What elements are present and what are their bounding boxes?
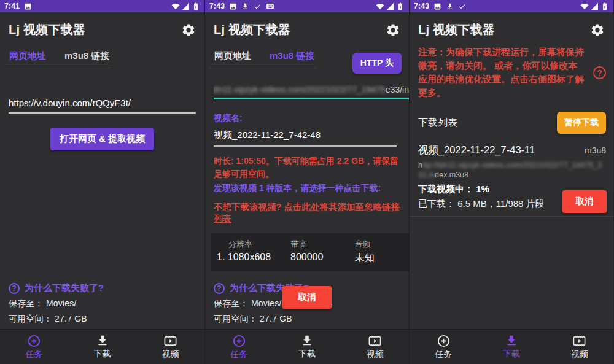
film-icon [368, 334, 382, 348]
http-headers-button[interactable]: HTTP 头 [352, 53, 402, 74]
status-bar: 7:43 [205, 0, 409, 12]
help-link-label: 为什么下载失败了? [25, 282, 104, 294]
battery-help-icon[interactable]: ? [593, 66, 606, 79]
nav-videos[interactable]: 视频 [545, 334, 613, 360]
app-bar: Lj 视频下载器 [205, 12, 409, 38]
tab-web-url[interactable]: 网页地址 [214, 50, 251, 62]
tab-bar: 网页地址 m3u8 链接 [0, 38, 204, 62]
cell-bandwidth: 800000 [284, 252, 347, 265]
status-time: 7:43 [414, 2, 429, 10]
list-divider [410, 216, 613, 217]
download-icon [505, 334, 518, 347]
download-notification-icon [241, 2, 249, 10]
tab-m3u8-link[interactable]: m3u8 链接 [64, 50, 109, 62]
why-download-failed-link[interactable]: ? 为什么下载失败了? [9, 282, 200, 294]
battery-icon [396, 2, 405, 11]
free-space-text: 可用空间： 27.7 GB [214, 314, 404, 325]
m3u8-url-blurred-text: tdn11.vipzyk-videos.com/20221022/77_1947… [214, 85, 386, 95]
video-name-input[interactable]: 视频_2022-11-22_7-42-48 [214, 130, 397, 147]
signal-icon [386, 2, 394, 10]
cancel-button[interactable]: 取消 [282, 286, 332, 309]
pause-download-button[interactable]: 暂停下载 [557, 112, 606, 134]
download-list-title: 下载列表 [418, 117, 457, 130]
app-bar: Lj 视频下载器 [410, 12, 613, 38]
nav-videos-label: 视频 [367, 349, 384, 360]
tab-divider [210, 68, 316, 68]
download-icon [96, 334, 109, 347]
signal-icon [182, 2, 190, 10]
status-time: 7:43 [209, 2, 225, 10]
open-page-extract-button[interactable]: 打开网页 & 提取视频 [50, 128, 154, 150]
image-notification-icon [229, 2, 237, 10]
signal-icon [591, 2, 599, 10]
m3u8-url-input[interactable]: tdn11.vipzyk-videos.com/20221022/77_1947… [214, 85, 409, 99]
status-bar: 7:41 [0, 0, 204, 12]
col-bandwidth: 带宽 [284, 239, 347, 250]
wifi-icon [376, 2, 384, 10]
ignore-video-link[interactable]: 不想下载该视频? 点击此处将其添加至忽略链接列表 [214, 201, 400, 225]
download-icon [300, 334, 314, 347]
bottom-nav: 任务 下载 视频 [205, 329, 409, 364]
nav-tasks[interactable]: 任务 [410, 334, 478, 360]
app-title: Lj 视频下载器 [418, 21, 495, 38]
nav-videos[interactable]: 视频 [136, 334, 204, 360]
download-notification-icon [446, 2, 454, 10]
download-item-name: 视频_2022-11-22_7-43-11 [418, 144, 535, 157]
settings-gear-icon[interactable] [590, 23, 605, 37]
variant-row[interactable]: 1. 1080x608 800000 未知 [211, 250, 409, 265]
variant-table-header: 分辨率 带宽 音频 [211, 239, 409, 250]
nav-tasks-label: 任务 [26, 349, 43, 360]
cell-resolution: 1. 1080x608 [211, 252, 284, 265]
plus-circle-icon [437, 334, 451, 348]
nav-videos-label: 视频 [571, 349, 588, 360]
nav-downloads[interactable]: 下载 [478, 334, 546, 360]
screen-download-list: 7:43 Lj 视频下载器 注意：为确保下载进程运行，屏幕将保持微亮，请勿关闭。… [409, 0, 613, 364]
col-resolution: 分辨率 [211, 239, 284, 250]
check-notification-icon [254, 2, 262, 10]
duration-warning-text: 时长: 1:05:50。下载可能需占用 2.2 GB，请保留足够可用空间。 [214, 155, 400, 180]
nav-downloads[interactable]: 下载 [273, 334, 341, 360]
web-url-input[interactable]: https://v.douyin.com/rQQyE3t/ [9, 98, 196, 114]
keyboard-notification-icon [266, 2, 274, 10]
nav-downloads[interactable]: 下载 [68, 334, 136, 360]
nav-downloads-label: 下载 [298, 349, 316, 360]
battery-icon [192, 2, 200, 11]
save-path-text: 保存至： Movies/ [9, 298, 200, 309]
nav-downloads-label: 下载 [503, 349, 520, 360]
keep-screen-on-notice: 注意：为确保下载进程运行，屏幕将保持微亮，请勿关闭。 或者，你可以修改本应用的电… [418, 45, 586, 99]
cancel-download-button[interactable]: 取消 [562, 190, 607, 213]
video-name-label: 视频名: [214, 113, 409, 124]
bottom-nav: 任务 下载 视频 [0, 329, 204, 364]
status-bar: 7:43 [410, 0, 613, 12]
download-list-header: 下载列表 暂停下载 [418, 112, 606, 134]
app-title: Lj 视频下载器 [9, 21, 85, 38]
tab-m3u8-link[interactable]: m3u8 链接 [270, 50, 314, 62]
url-start-text: h [418, 161, 422, 169]
help-question-icon: ? [214, 283, 225, 294]
download-item-type-badge: m3u8 [585, 145, 606, 155]
wifi-icon [171, 2, 180, 10]
download-item-url: http://tdn11.vipzyk-videos.com/20221022/… [418, 160, 606, 180]
nav-tasks-label: 任务 [230, 349, 247, 360]
bottom-info: ? 为什么下载失败了? 保存至： Movies/ 可用空间： 27.7 GB [9, 282, 200, 325]
variant-table[interactable]: 分辨率 带宽 音频 1. 1080x608 800000 未知 [211, 233, 409, 271]
plus-circle-icon [27, 334, 41, 348]
notice-text: 注意：为确保下载进程运行，屏幕将保持微亮，请勿关闭。 或者，你可以修改本应用的电… [418, 45, 586, 99]
settings-gear-icon[interactable] [181, 23, 196, 37]
film-icon [572, 334, 586, 348]
film-icon [163, 334, 177, 348]
free-space-text: 可用空间： 27.7 GB [9, 314, 200, 325]
app-title: Lj 视频下载器 [214, 21, 290, 38]
nav-tasks[interactable]: 任务 [0, 334, 68, 360]
plus-circle-icon [232, 334, 246, 348]
tab-web-url[interactable]: 网页地址 [9, 50, 46, 62]
nav-tasks-label: 任务 [435, 349, 452, 360]
nav-tasks[interactable]: 任务 [205, 334, 273, 360]
screen-m3u8-detected: 7:43 Lj 视频下载器 网页地址 m3u8 链接 HTTP 头 tdn11.… [204, 0, 409, 364]
settings-gear-icon[interactable] [386, 23, 400, 37]
nav-videos-label: 视频 [162, 349, 179, 360]
cell-audio: 未知 [347, 252, 409, 265]
image-notification-icon [433, 2, 441, 10]
nav-videos[interactable]: 视频 [341, 334, 409, 360]
url-tail-text: dex.m3u8 [435, 171, 468, 179]
